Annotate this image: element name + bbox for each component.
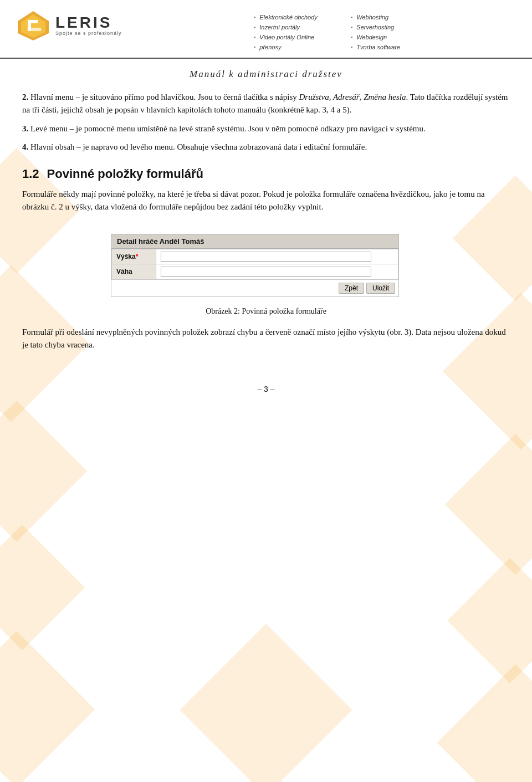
form-field-vaha-input[interactable]	[161, 267, 371, 277]
paragraph-3: 3. Levé menu – je pomocné menu umístěné …	[22, 122, 510, 135]
back-button[interactable]: Zpět	[339, 283, 364, 294]
form-demo: Detail hráče Anděl Tomáš Výška* Váha	[111, 234, 399, 297]
form-demo-title: Detail hráče Anděl Tomáš	[111, 234, 398, 249]
section-1-2-num: 1.2	[22, 167, 39, 181]
paragraph-3-text: Levé menu – je pomocné menu umístěné na …	[30, 124, 426, 133]
paragraph-2-text: Hlavní menu – je situováno přímo pod hla…	[22, 93, 508, 114]
section-1-2-intro-text: Formuláře někdy mají povinné položky, na…	[22, 190, 485, 211]
form-field-vyska-input-cell	[156, 249, 398, 264]
form-field-vyska-label: Výška*	[112, 249, 156, 264]
figure-caption: Obrázek 2: Povinná položka formuláře	[22, 307, 510, 316]
paragraph-4-text: Hlavní obsah – je napravo od levého menu…	[30, 142, 367, 151]
header-links-col1: Elektronické obchody Inzertní portály Vi…	[254, 12, 318, 52]
header-link-item[interactable]: Video portály Online	[254, 32, 318, 42]
header-link-item[interactable]: Webhosting	[351, 12, 400, 22]
logo-tagline: Spojte se s profesionály	[55, 30, 122, 36]
logo-brand-name: LERIS	[55, 15, 122, 30]
header-link-item[interactable]: Webdesign	[351, 32, 400, 42]
form-field-vaha-input-cell	[156, 264, 398, 279]
form-demo-buttons: Zpět Uložit	[111, 279, 398, 297]
logo-area: LERIS Spojte se s profesionály	[17, 10, 139, 40]
form-field-vaha-label: Váha	[112, 264, 156, 279]
section-1-2-title: Povinné položky formulářů	[47, 167, 203, 181]
section-1-2-heading: 1.2 Povinné položky formulářů	[22, 167, 510, 181]
page-number: – 3 –	[257, 385, 274, 393]
paragraph-2: 2. Hlavní menu – je situováno přímo pod …	[22, 91, 510, 117]
logo-text-area: LERIS Spojte se s profesionály	[55, 15, 122, 36]
header-link-item[interactable]: Inzertní portály	[254, 22, 318, 32]
paragraph-3-num: 3.	[22, 124, 28, 133]
save-button[interactable]: Uložit	[366, 283, 395, 294]
paragraph-4-num: 4.	[22, 142, 28, 151]
header-links-col2: Webhosting Serverhosting Webdesign Tvorb…	[351, 12, 400, 52]
form-demo-table: Výška* Váha	[111, 249, 398, 279]
logo-icon	[17, 10, 50, 40]
svg-marker-3	[31, 28, 41, 31]
page-header: LERIS Spojte se s profesionály Elektroni…	[0, 0, 532, 59]
page-footer: – 3 –	[0, 374, 532, 405]
header-link-item[interactable]: přenosy	[254, 42, 318, 52]
header-link-item[interactable]: Elektronické obchody	[254, 12, 318, 22]
form-demo-row-vyska: Výška*	[112, 249, 398, 264]
form-demo-container: Detail hráče Anděl Tomáš Výška* Váha	[66, 224, 510, 301]
required-star: *	[136, 253, 139, 260]
main-content: 2. Hlavní menu – je situováno přímo pod …	[0, 85, 532, 374]
page-title: Manuál k administraci družstev	[0, 59, 532, 85]
paragraph-4: 4. Hlavní obsah – je napravo od levého m…	[22, 141, 510, 154]
paragraph-bottom: Formulář při odeslání nevyplněných povin…	[22, 326, 510, 352]
header-link-item[interactable]: Tvorba software	[351, 42, 400, 52]
section-1-2-intro: Formuláře někdy mají povinné položky, na…	[22, 188, 510, 214]
header-links: Elektronické obchody Inzertní portály Vi…	[139, 10, 515, 52]
form-demo-row-vaha: Váha	[112, 264, 398, 279]
header-link-item[interactable]: Serverhosting	[351, 22, 400, 32]
form-field-vyska-input[interactable]	[161, 252, 371, 262]
paragraph-2-num: 2.	[22, 93, 28, 101]
